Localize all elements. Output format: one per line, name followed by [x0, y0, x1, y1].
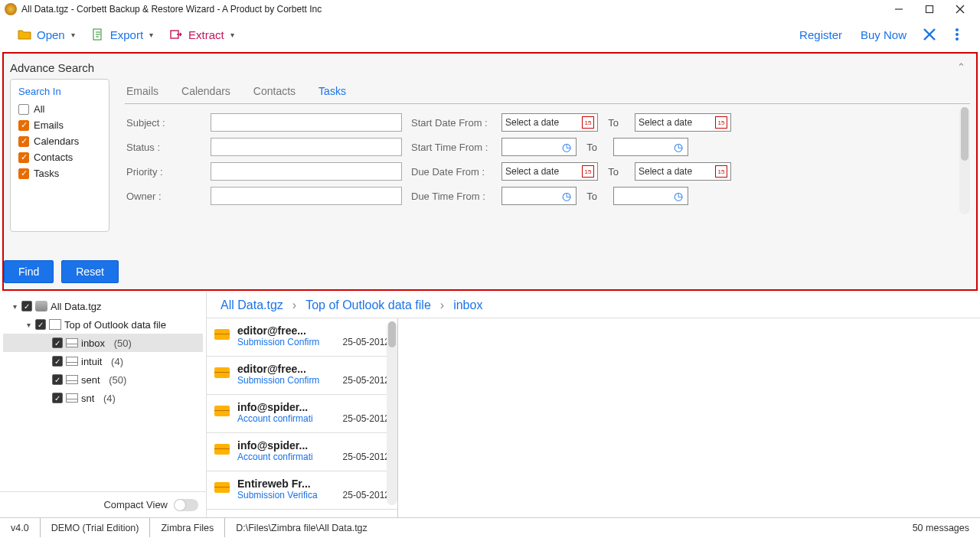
crumb-item[interactable]: All Data.tgz [220, 298, 283, 312]
search-in-item[interactable]: Contacts [18, 152, 101, 163]
status-edition: DEMO (Trial Edition) [41, 518, 151, 537]
collapse-icon[interactable]: ⌃ [957, 61, 965, 73]
app-icon [5, 3, 17, 15]
more-menu-button[interactable] [943, 21, 971, 48]
status-path: D:\Files\Zimbra file\All Data.tgz [225, 518, 378, 537]
tree-outlook[interactable]: ▾Top of Outlook data file [3, 315, 203, 334]
export-button[interactable]: Export ▾ [83, 24, 161, 45]
caret-down-icon: ▾ [149, 31, 153, 39]
status-message-count: 50 messages [902, 523, 980, 533]
folder-count: (4) [103, 393, 116, 404]
priority-input[interactable] [211, 162, 402, 181]
minimize-button[interactable] [884, 1, 914, 18]
search-in-label: Calendars [34, 135, 79, 147]
tree-root[interactable]: ▾All Data.tgz [3, 297, 203, 315]
start-date-from-label: Start Date From : [402, 117, 495, 129]
checkbox-icon[interactable] [18, 152, 29, 163]
list-scrollbar[interactable] [387, 321, 397, 505]
buy-now-link[interactable]: Buy Now [851, 25, 916, 44]
extract-button[interactable]: Extract ▾ [161, 24, 242, 45]
search-in-item[interactable]: All [18, 103, 101, 115]
form-scrollbar[interactable] [959, 107, 970, 214]
clock-icon: ◷ [672, 141, 684, 153]
find-button[interactable]: Find [4, 260, 54, 283]
checkbox-icon[interactable] [52, 393, 63, 403]
calendar-icon: 15 [582, 165, 594, 178]
checkbox-icon[interactable] [35, 319, 46, 330]
message-item[interactable]: editor@free...Submission Confirm25-05-20… [207, 318, 397, 357]
tab-calendars[interactable]: Calendars [181, 85, 230, 97]
start-date-from-picker[interactable]: Select a date15 [501, 113, 598, 132]
compact-view-toggle[interactable] [174, 499, 198, 511]
open-label: Open [37, 28, 65, 41]
mail-icon [214, 367, 230, 378]
folder-tree-pane: ▾All Data.tgz ▾Top of Outlook data file … [0, 292, 207, 517]
checkbox-icon[interactable] [21, 301, 32, 311]
owner-input[interactable] [211, 187, 402, 205]
tab-tasks[interactable]: Tasks [318, 85, 346, 97]
due-date-to-picker[interactable]: Select a date15 [635, 162, 731, 181]
tree-folder[interactable]: sent (50) [3, 370, 203, 389]
to-label: To [598, 166, 629, 178]
start-date-to-picker[interactable]: Select a date15 [635, 113, 731, 132]
message-item[interactable]: Entireweb Fr...Submission Verifica25-05-… [207, 471, 397, 510]
due-time-from-picker[interactable]: ◷ [501, 187, 577, 205]
folder-count: (50) [109, 374, 126, 386]
checkbox-icon[interactable] [52, 356, 63, 367]
search-in-label: Tasks [34, 168, 59, 179]
message-subject: Submission Confirm [237, 375, 319, 386]
due-date-from-label: Due Date From : [402, 166, 495, 178]
close-panel-button[interactable] [916, 21, 943, 48]
due-date-from-picker[interactable]: Select a date15 [501, 162, 598, 181]
close-window-button[interactable] [945, 1, 975, 18]
search-in-label: Contacts [34, 152, 73, 163]
tree-folder[interactable]: intuit (4) [3, 352, 203, 370]
search-in-label: Emails [34, 119, 64, 131]
reset-button[interactable]: Reset [61, 260, 119, 283]
status-bar: v4.0 DEMO (Trial Edition) Zimbra Files D… [0, 517, 980, 537]
crumb-item[interactable]: Top of Outlook data file [305, 298, 431, 312]
message-item[interactable]: info@spider...Account confirmati25-05-20… [207, 433, 397, 471]
tree-folder[interactable]: inbox (50) [3, 334, 203, 352]
start-time-to-picker[interactable]: ◷ [613, 138, 688, 156]
subject-input[interactable] [211, 113, 402, 132]
search-in-item[interactable]: Calendars [18, 135, 101, 147]
tab-emails[interactable]: Emails [126, 85, 158, 97]
mail-icon [214, 329, 230, 340]
compact-view-row: Compact View [0, 491, 206, 517]
checkbox-icon[interactable] [18, 120, 29, 131]
maximize-button[interactable] [914, 1, 945, 18]
folder-name: intuit [81, 356, 102, 367]
checkbox-icon[interactable] [18, 104, 29, 115]
tab-contacts[interactable]: Contacts [253, 85, 296, 97]
start-time-from-picker[interactable]: ◷ [501, 138, 577, 156]
extract-label: Extract [188, 28, 224, 41]
checkbox-icon[interactable] [52, 374, 63, 385]
checkbox-icon[interactable] [18, 136, 29, 147]
svg-point-9 [956, 33, 959, 36]
message-date: 25-05-2012 [343, 337, 390, 347]
due-time-to-picker[interactable]: ◷ [613, 187, 688, 205]
status-input[interactable] [211, 138, 402, 156]
clock-icon: ◷ [560, 190, 573, 202]
search-in-item[interactable]: Tasks [18, 168, 101, 179]
calendar-icon: 15 [715, 165, 727, 178]
checkbox-icon[interactable] [18, 168, 29, 179]
caret-down-icon: ▾ [230, 31, 234, 39]
message-item[interactable]: editor@free...Submission Confirm25-05-20… [207, 357, 397, 395]
tree-folder[interactable]: snt (4) [3, 389, 203, 407]
search-in-item[interactable]: Emails [18, 119, 101, 131]
calendar-icon: 15 [715, 116, 727, 129]
open-button[interactable]: Open ▾ [9, 24, 83, 45]
svg-rect-1 [926, 5, 933, 12]
clock-icon: ◷ [672, 190, 684, 202]
message-from: editor@free... [237, 363, 390, 375]
due-time-from-label: Due Time From : [402, 191, 495, 202]
message-date: 25-05-2012 [343, 490, 390, 500]
message-date: 25-05-2012 [343, 452, 390, 462]
search-in-label: All [34, 103, 44, 115]
crumb-item[interactable]: inbox [453, 298, 482, 312]
message-item[interactable]: info@spider...Account confirmati25-05-20… [207, 395, 397, 433]
register-link[interactable]: Register [790, 25, 851, 44]
checkbox-icon[interactable] [52, 337, 63, 348]
